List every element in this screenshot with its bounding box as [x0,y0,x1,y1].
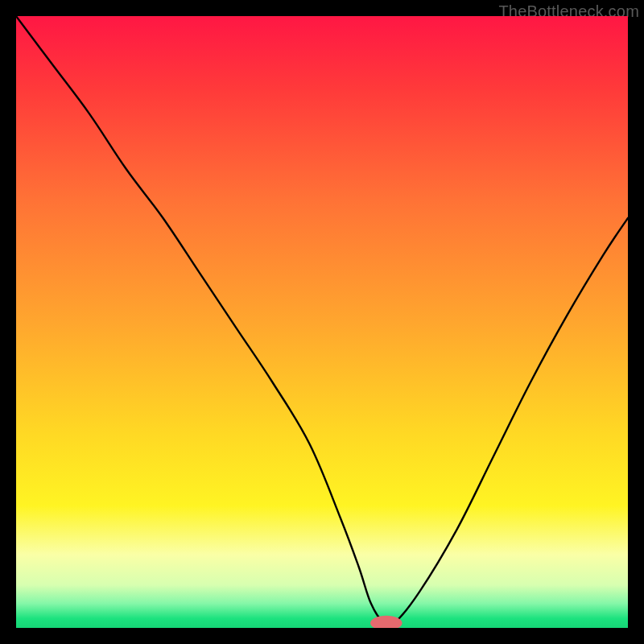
chart-svg [16,16,628,628]
plot-area [16,16,628,628]
gradient-background [16,16,628,628]
chart-frame: TheBottleneck.com [0,0,644,644]
